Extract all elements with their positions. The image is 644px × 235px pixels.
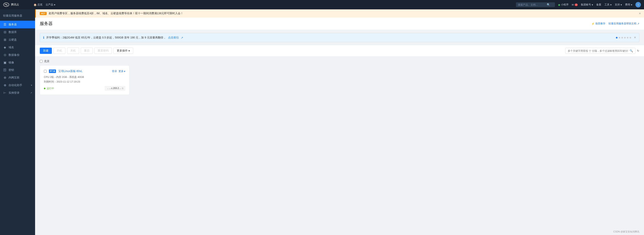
info-dot-4[interactable] — [624, 37, 626, 39]
sidebar-item-network-label: 内网互联 — [8, 76, 20, 79]
hot-badge: HOT — [40, 12, 46, 15]
sidebar-item-automation-label: 自动化助手 — [8, 84, 22, 87]
sidebar-item-network[interactable]: ⊛ 内网互联 — [0, 74, 35, 81]
new-button[interactable]: 新建 — [40, 48, 52, 54]
server-card: BT.觉 宝塔Linux面板-80vL 登录 更多 ▾ CPU 2核 - 内存 … — [40, 65, 130, 95]
sidebar-item-instance-login[interactable]: ⊢ 实例登录 ↗ — [0, 89, 35, 97]
toolbar: 新建 开机 关机 重启 重置密码 更多操作 ▾ 🔍 ↻ — [35, 45, 644, 56]
info-dot-6[interactable] — [630, 37, 631, 39]
home-nav-item[interactable]: 🏠 总览 — [34, 3, 42, 7]
sidebar-item-image-label: 镜像 — [8, 61, 14, 64]
info-dot-2[interactable] — [619, 37, 620, 39]
copy-ip-button[interactable]: ⎘ — [122, 87, 124, 90]
image-icon: ▣ — [3, 61, 7, 64]
info-bar-content: ℹ 开学季福利：2核2G4M 低至 65元/年，云硬盘 0.5 折起，500GB… — [43, 36, 183, 40]
region-name: 北京 — [44, 60, 50, 63]
sidebar-item-server[interactable]: ☰ 服务器 — [0, 21, 35, 28]
instance-login-icon: ⊢ — [3, 91, 7, 95]
sidebar-item-disk[interactable]: ⊞ 云硬盘 — [0, 36, 35, 44]
logo-area[interactable]: 腾讯云 — [3, 2, 30, 7]
mail-nav-item[interactable]: ✉ 3 — [572, 3, 578, 6]
power-off-button[interactable]: 关机 — [67, 48, 79, 54]
sidebar-item-image[interactable]: ▣ 镜像 — [0, 59, 35, 66]
server-expiry: 到期时间：2023-11-12 17:19:23 — [44, 80, 125, 84]
bt-badge: BT.觉 — [49, 70, 56, 73]
domain-icon: ◈ — [3, 46, 7, 49]
scene-teach-link[interactable]: ⚡ 场景教学 — [591, 22, 606, 25]
info-bar-close-button[interactable]: × — [634, 36, 636, 40]
info-dot-3[interactable] — [622, 37, 623, 39]
page-title: 服务器 — [40, 21, 53, 27]
more-actions-button[interactable]: 更多操作 ▾ — [114, 48, 133, 54]
user-avatar[interactable]: 1 — [636, 2, 641, 8]
group-account-nav-item[interactable]: 集团账号 ▾ — [581, 3, 593, 7]
sidebar-item-key[interactable]: ⚿ 密钥 — [0, 66, 35, 74]
restart-button[interactable]: 重启 — [81, 48, 93, 54]
info-bar: ℹ 开学季福利：2核2G4M 低至 65元/年，云硬盘 0.5 折起，500GB… — [40, 33, 639, 42]
server-status: 运行中 — [44, 87, 54, 90]
region-row: 北京 — [40, 60, 639, 63]
main-content: HOT 老用户续费专区，服务器续费低至4折，IM、域名、云硬盘续费等你来！双十一… — [35, 9, 644, 235]
miniapp-icon: ◉ — [558, 3, 560, 6]
sidebar-item-server-label: 服务器 — [8, 23, 17, 26]
nav-actions-area: ◉ 小程序 ✉ 3 集团账号 ▾ 备案 工具 ▾ 支持 ▾ 费用 ▾ 1 — [558, 2, 641, 8]
cost-nav-item[interactable]: 费用 ▾ — [625, 3, 632, 7]
banner-close-button[interactable]: × — [639, 12, 641, 16]
info-bar-text: 开学季福利：2核2G4M 低至 65元/年，云硬盘 0.5 折起，500GB 首… — [46, 36, 166, 40]
region-checkbox[interactable] — [40, 60, 42, 63]
sidebar-item-domain[interactable]: ◈ 域名 — [0, 44, 35, 51]
refresh-icon[interactable]: ↻ — [637, 49, 639, 52]
global-search-bar[interactable]: 🔍 — [516, 2, 555, 7]
info-bar-right: × — [616, 36, 636, 40]
scene-teach-icon: ⚡ — [591, 22, 594, 25]
info-dot-5[interactable] — [627, 37, 628, 39]
svg-point-1 — [6, 4, 7, 5]
server-card-header: BT.觉 宝塔Linux面板-80vL 登录 更多 ▾ — [44, 70, 125, 73]
key-icon: ⚿ — [3, 68, 7, 72]
server-name-link[interactable]: 宝塔Linux面板-80vL — [58, 70, 110, 73]
info-dot-1[interactable] — [616, 37, 618, 39]
server-spec: CPU 2核 - 内存 2GB - 系统盘 40GB — [44, 75, 125, 79]
server-icon: ☰ — [3, 23, 7, 26]
server-actions: 登录 更多 ▾ — [112, 70, 125, 73]
server-login-link[interactable]: 登录 — [112, 70, 117, 73]
cloud-products-nav-item[interactable]: 云产品 ▾ — [46, 3, 55, 7]
page-header: 服务器 ⚡ 场景教学 轻量应用服务器帮助文档 ↗ — [35, 18, 644, 30]
home-icon: 🏠 — [34, 3, 37, 6]
server-card-checkbox[interactable] — [44, 70, 46, 73]
chevron-down-icon: ▾ — [610, 3, 612, 6]
chevron-down-icon: ▾ — [31, 84, 32, 86]
server-ip: ．…c.203.2… — [106, 87, 121, 90]
power-on-button[interactable]: 开机 — [54, 48, 66, 54]
external-link-icon: ↗ — [30, 92, 32, 94]
backup-icon: ⊙ — [3, 53, 7, 57]
server-search-input[interactable] — [568, 49, 628, 52]
mail-icon: ✉ — [572, 3, 574, 6]
support-nav-item[interactable]: 支持 ▾ — [615, 3, 622, 7]
sidebar-item-automation[interactable]: ⊕ 自动化助手 ▾ — [0, 81, 35, 89]
sidebar: 轻量应用服务器 ☰ 服务器 ⊟ 数据库 ⊞ 云硬盘 ◈ 域名 ⊙ 数据备份 ▣ … — [0, 9, 35, 235]
reset-password-button[interactable]: 重置密码 — [94, 48, 112, 54]
search-icon[interactable]: 🔍 — [630, 49, 633, 52]
database-icon: ⊟ — [3, 30, 7, 34]
footer-text: CSDN @家宝安知消腾讯 — [613, 230, 639, 233]
info-bar-link[interactable]: 点击前往 — [168, 36, 179, 40]
help-doc-link[interactable]: 轻量应用服务器帮助文档 ↗ — [608, 22, 639, 25]
backup-nav-item[interactable]: 备案 — [596, 3, 601, 7]
miniapp-nav-item[interactable]: ◉ 小程序 — [558, 3, 568, 7]
chevron-down-icon: ▾ — [128, 49, 130, 52]
server-more-dropdown[interactable]: 更多 ▾ — [118, 70, 125, 73]
main-layout: 轻量应用服务器 ☰ 服务器 ⊟ 数据库 ⊞ 云硬盘 ◈ 域名 ⊙ 数据备份 ▣ … — [0, 0, 644, 235]
automation-icon: ⊕ — [3, 83, 7, 87]
sidebar-item-key-label: 密钥 — [8, 68, 14, 72]
global-search-input[interactable] — [518, 3, 545, 6]
content-area: 北京 BT.觉 宝塔Linux面板-80vL 登录 更多 ▾ — [35, 56, 644, 98]
sidebar-item-backup[interactable]: ⊙ 数据备份 — [0, 51, 35, 59]
chevron-down-icon: ▾ — [592, 3, 593, 6]
toolbar-search-area: 🔍 ↻ — [565, 48, 639, 54]
sidebar-item-database[interactable]: ⊟ 数据库 — [0, 28, 35, 36]
server-footer: 运行中 ．…c.203.2… ⎘ — [44, 86, 125, 91]
tools-nav-item[interactable]: 工具 ▾ — [604, 3, 612, 7]
sidebar-item-database-label: 数据库 — [8, 31, 17, 34]
server-search-wrap[interactable]: 🔍 — [565, 48, 636, 54]
